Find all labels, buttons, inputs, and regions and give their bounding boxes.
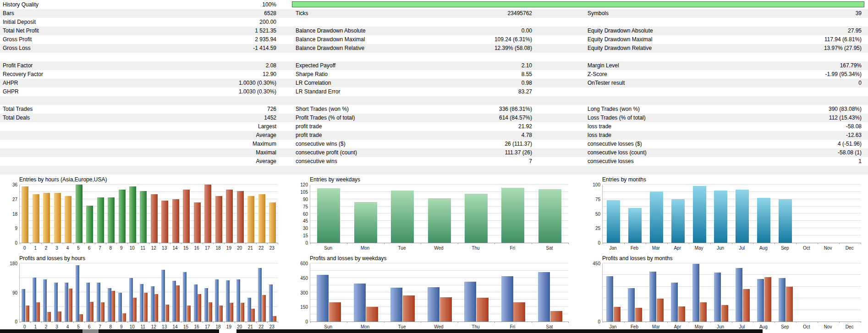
bar <box>183 190 190 243</box>
stat-value: 1.0030 (0.30%) <box>139 79 276 87</box>
bar <box>786 287 793 322</box>
x-axis-tick <box>192 322 192 323</box>
chart-profits-losses-by-weekdays: Profits and losses by weekdays6004503001… <box>294 255 571 333</box>
x-axis-tick <box>84 243 85 244</box>
bar <box>736 268 742 322</box>
y-axis-tick-label: 100 <box>587 182 600 187</box>
stat-value: 1 521.35 <box>139 27 276 35</box>
bar <box>129 278 133 322</box>
bar <box>101 302 104 322</box>
x-axis-tick <box>667 322 668 323</box>
stat-label: History Quality <box>3 0 138 9</box>
x-axis-tick <box>710 322 711 323</box>
stat-value: 167.79% <box>733 61 862 70</box>
x-axis-tick <box>646 322 646 323</box>
stat-value: 1.0030 (0.30%) <box>139 87 276 96</box>
x-axis-tick <box>224 322 225 323</box>
x-axis-tick-label: Wed <box>420 324 457 329</box>
x-axis-tick <box>667 243 668 244</box>
x-axis-tick-label: Nov <box>817 246 839 251</box>
gridline <box>603 286 861 287</box>
plot-area <box>19 263 278 322</box>
x-axis-tick-label: 9 <box>116 324 126 329</box>
chart-title: Profits and losses by months <box>602 255 672 262</box>
y-axis-tick-label: 36 <box>4 182 17 187</box>
y-axis-tick-label: 30 <box>294 226 308 231</box>
stat-label: Total Net Profit <box>3 27 138 35</box>
bar <box>65 196 71 243</box>
y-axis-tick-label: 300 <box>294 290 308 295</box>
y-axis-tick-label: 18 <box>4 212 17 217</box>
y-axis-tick-label: 105 <box>294 190 308 195</box>
y-axis-tick-label: 600 <box>294 261 308 266</box>
stat-label: loss trade <box>588 131 739 140</box>
x-axis-tick <box>84 322 85 323</box>
x-axis-tick <box>624 243 625 244</box>
bar <box>154 294 158 322</box>
stat-value: 0 <box>733 79 862 87</box>
y-axis-tick-label: 60 <box>294 212 308 217</box>
x-axis-tick-label: 20 <box>234 324 245 329</box>
bar <box>657 299 664 322</box>
x-axis-tick <box>532 243 532 244</box>
chart-profits-losses-by-hours: Profits and losses by hours1809000123456… <box>4 255 280 333</box>
x-axis-tick-label: Mar <box>645 324 667 329</box>
bar <box>198 294 201 322</box>
x-axis-tick-label: Wed <box>420 246 457 251</box>
x-axis-tick <box>732 243 732 244</box>
bar <box>194 284 198 322</box>
table-row: Recovery Factor12.90Sharpe Ratio8.55Z-Sc… <box>0 70 868 79</box>
gridline <box>603 184 861 185</box>
bar <box>390 288 402 322</box>
chart-entries-by-weekdays: Entries by weekdays1201059075604530150Su… <box>294 176 571 255</box>
bar <box>226 190 233 243</box>
x-axis-tick-label: 10 <box>127 324 137 329</box>
x-axis-tick-label: 2 <box>41 324 51 329</box>
gridline <box>603 191 861 192</box>
x-axis-tick <box>624 322 625 323</box>
stat-value: Average <box>139 131 276 140</box>
plot-area <box>602 263 861 322</box>
bar <box>354 202 377 243</box>
gridline <box>20 263 278 263</box>
x-axis-tick-label: Sep <box>774 246 796 251</box>
x-axis-tick <box>138 322 138 323</box>
x-axis-tick-label: 12 <box>148 246 159 251</box>
y-axis-tick-label: 15 <box>294 233 308 238</box>
gridline <box>20 278 278 278</box>
x-axis-tick <box>646 243 646 244</box>
stat-label: Total Trades <box>3 105 138 114</box>
chart-title: Profits and losses by hours <box>19 255 85 262</box>
y-axis-tick-label: 0 <box>4 240 17 246</box>
bar <box>757 198 770 243</box>
bar <box>757 279 764 322</box>
y-axis-tick-label: 0 <box>294 240 308 246</box>
table-row: Initial Deposit200.00 <box>0 18 868 27</box>
bar <box>464 282 476 322</box>
x-axis-tick-label: Oct <box>796 324 817 329</box>
x-axis-tick <box>159 322 160 323</box>
stat-label: consecutive losses ($) <box>588 140 739 148</box>
table-row: Largestprofit trade21.92loss trade-58.08 <box>0 122 868 131</box>
bar <box>440 297 452 322</box>
stat-value: 8.55 <box>404 70 532 79</box>
stat-label: Z-Score <box>588 70 739 79</box>
x-axis-tick <box>203 322 203 323</box>
bar <box>22 186 28 243</box>
bar <box>230 303 233 322</box>
stat-label: consecutive loss (count) <box>588 148 739 157</box>
y-axis-tick-label: 50 <box>587 212 600 217</box>
stat-value: 4 (-51.96) <box>733 140 862 148</box>
bar <box>172 281 176 322</box>
bar <box>204 288 208 322</box>
bar <box>65 283 68 322</box>
table-row <box>0 53 868 61</box>
gridline <box>310 184 568 185</box>
x-axis-tick <box>775 322 775 323</box>
bar <box>550 311 562 322</box>
x-axis-tick-label: 0 <box>19 246 30 251</box>
x-axis-tick <box>52 322 52 323</box>
bar <box>122 313 126 322</box>
stat-value: 112 (15.43%) <box>733 114 862 122</box>
gridline <box>310 270 568 271</box>
